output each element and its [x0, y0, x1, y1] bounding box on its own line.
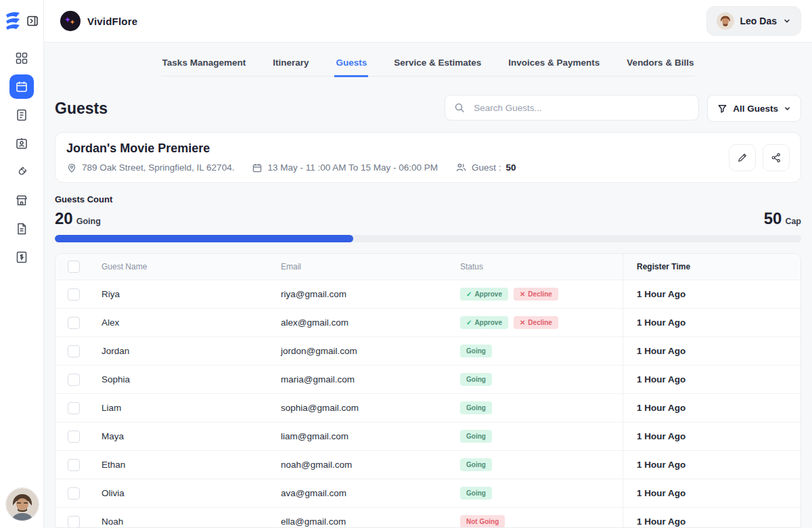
tab-itinerary[interactable]: Itinerary: [271, 53, 310, 77]
table-row: Jordanjordon@gmail.comGoing1 Hour Ago: [55, 337, 800, 366]
going-count: 20: [55, 209, 73, 228]
column-header-guest-name: Guest Name: [102, 262, 281, 271]
table-row: Mayaliam@gmail.comGoing1 Hour Ago: [55, 422, 800, 451]
guests-progress-bar: [55, 235, 801, 242]
sidebar-item-documents[interactable]: [9, 217, 34, 241]
guests-count-label: Guests Count: [55, 194, 801, 204]
guest-status: Going: [460, 430, 623, 443]
row-checkbox[interactable]: [68, 459, 80, 471]
tab-tasks-management[interactable]: Tasks Management: [161, 53, 248, 77]
event-datetime: 13 May - 11 :00 AM To 15 May - 06:00 PM: [252, 162, 438, 173]
register-time: 1 Hour Ago: [623, 422, 800, 450]
register-time: 1 Hour Ago: [623, 309, 800, 336]
sidebar-item-notes[interactable]: [9, 103, 34, 127]
cross-icon: ✕: [520, 319, 525, 326]
guest-status: Going: [460, 373, 623, 386]
guest-status: ✓Approve✕Decline: [460, 316, 623, 329]
edit-event-button[interactable]: [729, 144, 756, 171]
invoice-icon: [15, 250, 28, 264]
table-row: Alexalex@gmail.com✓Approve✕Decline1 Hour…: [55, 309, 800, 337]
row-checkbox[interactable]: [68, 317, 80, 329]
guest-email: ava@gmail.com: [281, 488, 460, 498]
cap-label: Cap: [785, 217, 801, 226]
column-header-status: Status: [460, 262, 623, 271]
sidebar-item-billing[interactable]: [9, 245, 34, 269]
register-time: 1 Hour Ago: [623, 508, 800, 528]
store-icon: [15, 194, 28, 207]
sidebar-toggle-icon[interactable]: [25, 14, 40, 28]
profile-avatar[interactable]: [5, 487, 39, 521]
sidebar-item-events[interactable]: [9, 74, 34, 99]
calendar-small-icon: [252, 162, 263, 173]
content-area: Tasks ManagementItineraryGuestsService &…: [44, 43, 812, 528]
tab-invoices-payments[interactable]: Invoices & Payments: [507, 53, 601, 77]
guest-name: Jordan: [102, 346, 281, 356]
table-header-row: Guest Name Email Status Register Time: [55, 254, 800, 280]
check-icon: ✓: [466, 319, 472, 326]
chevron-down-icon: [784, 105, 791, 112]
column-header-email: Email: [281, 262, 460, 271]
guest-status: Not Going: [460, 515, 623, 528]
row-checkbox[interactable]: [68, 345, 80, 357]
guest-email: riya@gmail.com: [281, 289, 460, 299]
register-time: 1 Hour Ago: [623, 337, 800, 365]
location-pin-icon: [66, 162, 77, 173]
going-badge: Going: [460, 345, 492, 357]
share-event-button[interactable]: [763, 144, 790, 171]
guest-name: Riya: [102, 289, 281, 299]
guests-icon: [455, 162, 467, 173]
app-logo-icon: [4, 11, 22, 31]
row-checkbox[interactable]: [68, 431, 80, 443]
decline-button[interactable]: ✕Decline: [514, 316, 558, 329]
table-row: Noahella@gmail.comNot Going1 Hour Ago: [55, 508, 800, 528]
select-all-checkbox[interactable]: [68, 261, 80, 273]
register-time: 1 Hour Ago: [623, 394, 800, 422]
register-time: 1 Hour Ago: [623, 280, 800, 308]
brand-logo-icon: [60, 11, 81, 31]
guest-email: liam@gmail.com: [281, 431, 460, 441]
cross-icon: ✕: [520, 290, 525, 298]
sidebar-item-dashboard[interactable]: [9, 46, 34, 70]
guest-status: Going: [460, 401, 623, 414]
going-badge: Going: [460, 373, 492, 386]
top-bar: VividFlore Leo Das: [44, 0, 812, 43]
event-title: Jordan's Movie Premiere: [66, 141, 516, 156]
sidebar-item-marketing[interactable]: [9, 160, 34, 184]
guest-name: Ethan: [102, 460, 281, 470]
guest-status: ✓Approve✕Decline: [460, 288, 623, 301]
cap-count: 50: [764, 209, 782, 228]
table-row: Riyariya@gmail.com✓Approve✕Decline1 Hour…: [55, 280, 800, 309]
row-checkbox[interactable]: [68, 288, 80, 301]
guest-name: Maya: [102, 431, 281, 441]
sidebar-item-contacts[interactable]: [9, 131, 34, 156]
document-icon: [15, 222, 28, 236]
row-checkbox[interactable]: [68, 374, 80, 386]
guest-filter-button[interactable]: All Guests: [707, 95, 801, 122]
guest-status: Going: [460, 487, 623, 500]
table-row: Ethannoah@gmail.comGoing1 Hour Ago: [55, 451, 800, 479]
guest-status: Going: [460, 458, 623, 471]
row-checkbox[interactable]: [68, 487, 80, 500]
tab-service-estimates[interactable]: Service & Estimates: [392, 53, 482, 77]
notes-icon: [15, 108, 28, 122]
sidebar-item-store[interactable]: [9, 188, 34, 213]
approve-button[interactable]: ✓Approve: [460, 288, 508, 301]
row-checkbox[interactable]: [68, 402, 80, 414]
sidebar-nav: [9, 46, 34, 269]
decline-button[interactable]: ✕Decline: [514, 288, 558, 301]
guest-email: alex@gmail.com: [281, 317, 460, 328]
approve-button[interactable]: ✓Approve: [460, 316, 508, 329]
table-row: Sophiamaria@gmail.comGoing1 Hour Ago: [55, 366, 800, 394]
not-going-badge: Not Going: [460, 515, 505, 528]
guest-search: [445, 95, 699, 120]
register-time: 1 Hour Ago: [623, 479, 800, 507]
going-badge: Going: [460, 458, 492, 471]
search-input[interactable]: [472, 102, 690, 114]
user-menu-button[interactable]: Leo Das: [706, 6, 801, 36]
row-checkbox[interactable]: [68, 516, 80, 528]
going-label: Going: [76, 217, 101, 226]
tabs-bar: Tasks ManagementItineraryGuestsService &…: [161, 53, 696, 76]
tab-vendors-bills[interactable]: Vendors & Bills: [625, 53, 695, 77]
tab-guests[interactable]: Guests: [334, 53, 368, 77]
guest-status: Going: [460, 345, 623, 357]
